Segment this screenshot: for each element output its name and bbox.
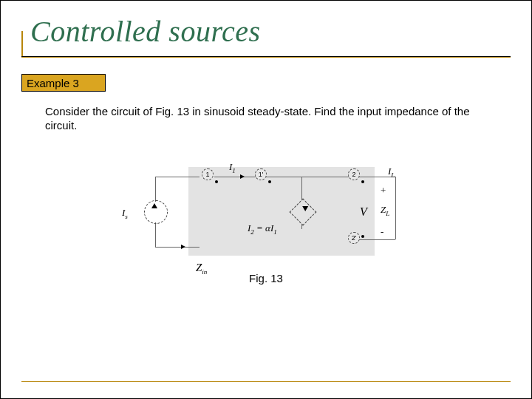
- node-2p: 2': [348, 232, 360, 244]
- arrow-icon: [240, 174, 245, 179]
- problem-statement: Consider the circuit of Fig. 13 in sinus…: [45, 105, 487, 133]
- current-source: [144, 200, 168, 224]
- footer-rule: [21, 381, 511, 382]
- slide-title: Controlled sources: [30, 14, 511, 49]
- circuit-diagram: 1 1' 2 2' Is I2 = αI1 I1 IL V + - ZL: [107, 152, 425, 263]
- node-1p: 1': [255, 168, 267, 180]
- label-Zin: Zin: [196, 262, 207, 276]
- label-ZL: ZL: [381, 204, 389, 217]
- label-ccs: I2 = αI1: [248, 222, 277, 236]
- figure-caption: Fig. 13: [107, 272, 425, 284]
- label-Is: Is: [122, 207, 128, 220]
- example-badge: Example 3: [21, 74, 106, 92]
- node-2: 2: [348, 168, 360, 180]
- node-1: 1: [202, 168, 214, 180]
- label-V: V: [360, 205, 367, 219]
- title-underline: [21, 56, 511, 58]
- label-IL: IL: [388, 166, 395, 179]
- arrow-icon: [181, 245, 185, 249]
- label-plus: +: [381, 185, 386, 197]
- label-minus: -: [381, 226, 383, 238]
- label-I1: I1: [229, 161, 236, 174]
- figure: 1 1' 2 2' Is I2 = αI1 I1 IL V + - ZL: [107, 152, 425, 284]
